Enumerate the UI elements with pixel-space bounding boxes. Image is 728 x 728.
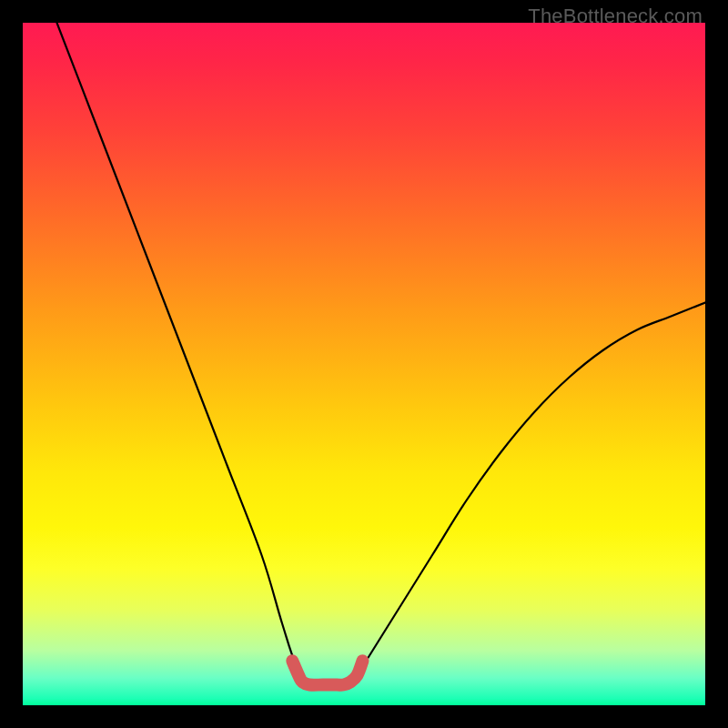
plot-area [23, 23, 705, 705]
sweet-spot-highlight [292, 661, 362, 684]
curve-layer [23, 23, 705, 705]
watermark-label: TheBottleneck.com [528, 5, 703, 28]
chart-frame: TheBottleneck.com [0, 0, 728, 728]
bottleneck-curve [57, 23, 706, 686]
